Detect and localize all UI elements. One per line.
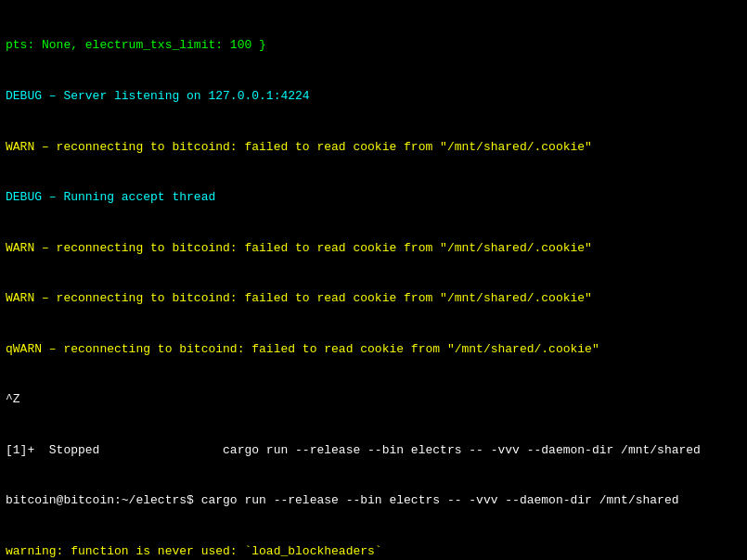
terminal-line: qWARN – reconnecting to bitcoind: failed… (6, 341, 741, 358)
terminal-line: DEBUG – Server listening on 127.0.0.1:42… (6, 88, 741, 105)
terminal-line: DEBUG – Running accept thread (6, 189, 741, 206)
terminal[interactable]: pts: None, electrum_txs_limit: 100 } DEB… (0, 0, 747, 560)
terminal-line: ^Z (6, 391, 741, 408)
terminal-line: pts: None, electrum_txs_limit: 100 } (6, 37, 741, 54)
terminal-line: [1]+ Stopped cargo run --release --bin e… (6, 442, 741, 459)
terminal-line: bitcoin@bitcoin:~/electrs$ cargo run --r… (6, 492, 741, 509)
terminal-line: warning: function is never used: `load_b… (6, 543, 741, 560)
terminal-line: WARN – reconnecting to bitcoind: failed … (6, 290, 741, 307)
terminal-line: WARN – reconnecting to bitcoind: failed … (6, 139, 741, 156)
terminal-line: WARN – reconnecting to bitcoind: failed … (6, 240, 741, 257)
